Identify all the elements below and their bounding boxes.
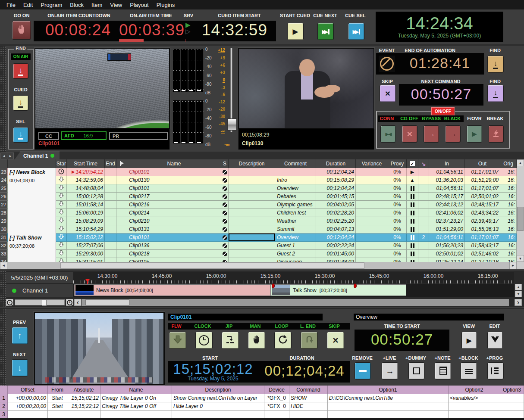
tab-channel-1[interactable]: Channel 1: [15, 152, 60, 159]
cell-start-mode[interactable]: [56, 176, 67, 184]
cell-end[interactable]: [105, 168, 116, 176]
view-button[interactable]: ▶: [461, 332, 477, 349]
bypass-button[interactable]: →: [424, 125, 439, 143]
flw-mode-button[interactable]: [169, 332, 186, 349]
cell-comment[interactable]: Children fest: [275, 209, 316, 217]
cell-state[interactable]: ▲: [407, 176, 418, 184]
cell-variance[interactable]: [356, 242, 388, 250]
timeline-block-news[interactable]: News Block [00;54;08;00]: [74, 284, 271, 296]
cell-start-time[interactable]: 15;00;12;28: [67, 193, 105, 201]
go-on-button[interactable]: [12, 21, 31, 40]
col-command[interactable]: Command: [289, 386, 328, 394]
cell-row-number[interactable]: 25: [0, 184, 8, 193]
cell-state[interactable]: [407, 250, 418, 258]
cell-option3[interactable]: [500, 394, 524, 402]
col-comment[interactable]: Comment: [275, 159, 316, 168]
cell-description[interactable]: Show Coming next.CinTitle on Layer: [172, 394, 264, 402]
find-event-button[interactable]: ↓: [487, 56, 504, 73]
cell-lock-count[interactable]: [418, 168, 429, 176]
timeline-block-talkshow[interactable]: Talk Show [00;37;20;08]: [271, 284, 406, 296]
col-orig[interactable]: Orig: [500, 159, 517, 168]
cell-end[interactable]: [105, 217, 116, 225]
playlist-horizontal-scrollbar[interactable]: ◄ ►: [0, 262, 517, 269]
cell-name[interactable]: Clip0101: [127, 233, 221, 242]
cell-lock-count[interactable]: [418, 201, 429, 209]
cell-duration[interactable]: 00;01;48;02: [316, 258, 356, 262]
menu-item-view[interactable]: View: [106, 1, 126, 9]
add-dummy-button[interactable]: [408, 362, 425, 380]
col-start-time[interactable]: Start Time: [67, 159, 105, 168]
cell-orig[interactable]: 16:: [500, 168, 517, 176]
cell-row-number[interactable]: 33: [0, 250, 8, 258]
cell-start-time[interactable]: 15;01;58;14: [67, 201, 105, 209]
cell-orig[interactable]: 16:: [500, 258, 517, 262]
cg-event-marker[interactable]: [354, 283, 357, 288]
zoom-out-button[interactable]: -: [6, 299, 13, 306]
cell-variance[interactable]: [356, 184, 388, 193]
cell-row-number[interactable]: 31: [0, 233, 8, 242]
menu-item-edit[interactable]: Edit: [19, 1, 37, 9]
cell-name[interactable]: Clip0130: [127, 176, 221, 184]
command-row[interactable]: 2+00;00;20;00Start15;15;22;12Cinegy Titl…: [0, 402, 524, 411]
cell-duration[interactable]: 00;12;04;24: [316, 168, 356, 176]
cell-state[interactable]: [407, 184, 418, 193]
cell-name[interactable]: Clip0131: [127, 225, 221, 233]
cell-state[interactable]: [407, 242, 418, 250]
cell-block[interactable]: [8, 250, 56, 258]
zoom-slider-thumb[interactable]: [42, 300, 47, 306]
cell-device[interactable]: [264, 411, 289, 419]
cell-flag[interactable]: [116, 184, 127, 193]
cell-proxy[interactable]: 0%: [388, 176, 407, 184]
cell-comment[interactable]: Weather: [275, 217, 316, 225]
menu-item-plugins[interactable]: Plugins: [153, 1, 179, 9]
cell-absolute[interactable]: 15;15;22;12: [67, 402, 100, 411]
cell-media-status[interactable]: [221, 250, 229, 258]
playlist-row[interactable]: 3315;29;30;00Clip0218Guest 200;01;45;000…: [0, 250, 517, 258]
scroll-left-button[interactable]: ◄: [0, 262, 7, 269]
cell-duration[interactable]: 00;04;07;13: [316, 225, 356, 233]
cell-flag[interactable]: [116, 217, 127, 225]
cell-flag[interactable]: [116, 209, 127, 217]
cell-media-status[interactable]: [221, 201, 229, 209]
cell-tc-out[interactable]: 01;51;29;00: [465, 176, 500, 184]
cell-tc-out[interactable]: 01;17;01;07: [465, 168, 500, 176]
add-note-button[interactable]: [435, 362, 451, 380]
cell-block[interactable]: [8, 258, 56, 262]
cell-comment[interactable]: [275, 168, 316, 176]
cell-option3[interactable]: [500, 402, 524, 411]
cell-orig[interactable]: 16:: [500, 217, 517, 225]
cell-name[interactable]: Clip0218: [127, 250, 221, 258]
cell-row-number[interactable]: 27: [0, 201, 8, 209]
scroll-thumb[interactable]: [85, 299, 129, 305]
cell-description[interactable]: [229, 233, 275, 242]
cell-flag[interactable]: [116, 176, 127, 184]
cell-start-mode[interactable]: [56, 250, 67, 258]
cell-media-status[interactable]: [221, 168, 229, 176]
cell-row-number[interactable]: 32: [0, 242, 8, 250]
tab-scroll-right-button[interactable]: ►: [7, 152, 14, 159]
cell-duration[interactable]: 00;02;22;24: [316, 242, 356, 250]
cell-start-mode[interactable]: [56, 258, 67, 262]
cell-block[interactable]: [8, 201, 56, 209]
cell-description[interactable]: [229, 217, 275, 225]
cell-end[interactable]: [105, 193, 116, 201]
cell-lock-count[interactable]: [418, 193, 429, 201]
cell-row-number[interactable]: 30: [0, 225, 8, 233]
cell-media-status[interactable]: [221, 225, 229, 233]
cell-orig[interactable]: 16:: [500, 201, 517, 209]
scroll-right-button[interactable]: ►: [509, 262, 517, 269]
cell-command[interactable]: HIDE: [289, 402, 328, 411]
cell-description[interactable]: [229, 242, 275, 250]
add-live-button[interactable]: →: [382, 362, 398, 380]
cell-block[interactable]: 00;37;20;08: [8, 242, 56, 250]
cell-option2[interactable]: <variables/>: [449, 394, 500, 402]
cell-comment[interactable]: Olympic games: [275, 201, 316, 209]
col-out[interactable]: Out: [465, 159, 500, 168]
fovr-button[interactable]: ▶: [467, 125, 482, 143]
loop-mode-button[interactable]: [274, 332, 292, 349]
cell-lock-count[interactable]: [418, 176, 429, 184]
playlist-row[interactable]: 2615;00;12;28Clip0217Debates00;01;45;150…: [0, 193, 517, 201]
cell-comment[interactable]: Summit: [275, 225, 316, 233]
cell-proxy[interactable]: 0%: [388, 225, 407, 233]
cell-end[interactable]: [105, 242, 116, 250]
